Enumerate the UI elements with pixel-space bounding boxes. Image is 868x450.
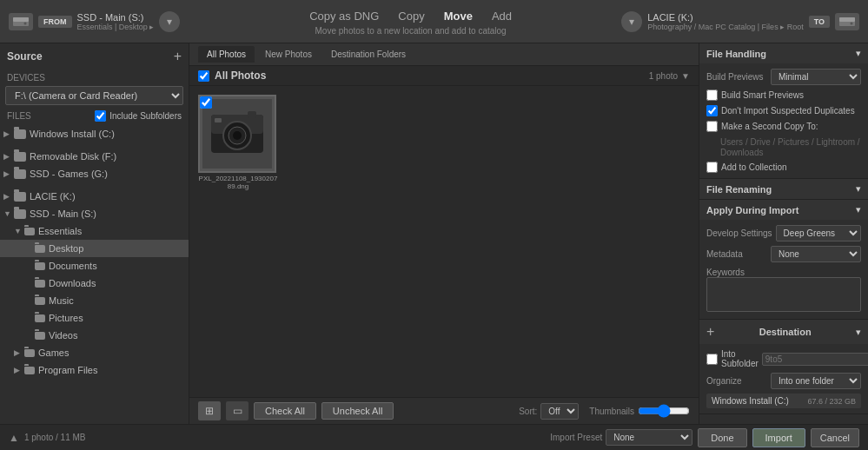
folder-icon [14,192,26,202]
bottom-toolbar: ⊞ ▭ Check All Uncheck All Sort: Off Thum… [189,397,699,424]
add-to-collection-checkbox[interactable] [706,162,718,173]
files-row: Files Include Subfolders [0,107,189,125]
breadcrumb-left: Essentials | Desktop ▸ [77,23,155,31]
tree-item[interactable]: ▶LACIE (K:) [0,188,189,205]
tree-item[interactable]: Pictures [0,309,189,327]
done-button[interactable]: Done [698,428,746,447]
dest-arrow-btn[interactable]: ▾ [621,11,642,32]
subfolder-input[interactable] [762,353,868,366]
files-label: Files [7,111,31,121]
svg-point-5 [850,22,852,24]
develop-settings-label: Develop Settings [706,228,772,238]
photo-checkbox[interactable] [200,96,212,109]
folder-icon [14,129,26,139]
tree-item[interactable]: Videos [0,327,189,344]
include-subfolders-label[interactable]: Include Subfolders [95,110,182,122]
tree-item[interactable]: ▼SSD - Main (S:) [0,205,189,222]
copy-btn[interactable]: Copy [394,8,427,24]
develop-settings-select[interactable]: Deep Greens [776,225,861,242]
uncheck-all-btn[interactable]: Uncheck All [321,402,394,420]
folder-icon [35,314,45,322]
photo-thumb-item[interactable]: PXL_20221108_193020789.dng [198,95,278,190]
metadata-row: Metadata None [706,246,861,262]
folder-icon [24,367,35,374]
file-handling-chevron: ▾ [856,48,861,59]
source-info: SSD - Main (S:) Essentials | Desktop ▸ [77,12,155,31]
drive-icon-right [835,13,859,30]
destination-header: + Destination ▾ [699,320,868,344]
file-renaming-chevron: ▾ [856,183,861,195]
apply-during-import-body: Develop Settings Deep Greens Metadata No… [699,220,868,319]
build-smart-previews-checkbox[interactable] [706,89,718,101]
source-add-btn[interactable]: + [174,49,182,64]
into-subfolder-checkbox[interactable] [706,354,718,365]
import-button[interactable]: Import [752,428,805,447]
grid-view-btn[interactable]: ⊞ [198,401,221,420]
import-preset-select[interactable]: None [606,429,692,446]
cancel-button[interactable]: Cancel [811,428,859,447]
tree-item[interactable]: Downloads [0,275,189,292]
keywords-label: Keywords [706,268,745,277]
svg-rect-12 [215,118,222,122]
tree-item[interactable]: ▶Program Files [0,361,189,379]
include-subfolders-checkbox[interactable] [95,110,106,122]
metadata-select[interactable]: None [771,246,861,262]
tree-item-arrow: ▶ [14,348,24,357]
organize-select[interactable]: Into one folder [771,373,861,389]
build-previews-label: Build Previews [706,72,767,82]
tab-new-photos[interactable]: New Photos [256,46,321,63]
destination-chevron: ▾ [856,327,861,338]
dest-drive-name: Windows Install (C:) [712,396,789,406]
tabs-bar: All Photos New Photos Destination Folder… [189,43,699,66]
file-handling-section: File Handling ▾ Build Previews Minimal B… [699,43,868,179]
tree-item[interactable]: ▶Removable Disk (F:) [0,148,189,165]
dont-import-dupes-checkbox[interactable] [706,105,718,116]
tree-item-label: Removable Disk (F:) [30,151,116,162]
folder-icon [35,262,45,270]
top-center: Copy as DNG Copy Move Add Move photos to… [306,8,515,36]
loupe-view-btn[interactable]: ▭ [226,401,248,420]
tab-dest-folders[interactable]: Destination Folders [322,46,414,63]
destination-add-btn[interactable]: + [706,324,714,340]
svg-point-2 [24,22,27,24]
tree-item[interactable]: Desktop [0,240,189,257]
thumbnail-slider[interactable] [638,404,690,418]
check-all-btn[interactable]: Check All [254,402,316,420]
from-tag: FROM [38,16,72,28]
all-photos-checkbox[interactable] [198,70,209,82]
tree-item[interactable]: ▶Games [0,344,189,361]
tree-item[interactable]: ▼Essentials [0,222,189,240]
collapse-btn[interactable]: ▲ [9,432,19,444]
add-btn[interactable]: Add [488,8,515,24]
dont-import-dupes-label: Don't Import Suspected Duplicates [721,106,855,116]
file-handling-header: File Handling ▾ [699,43,868,63]
tree-item-label: SSD - Games (G:) [30,169,108,179]
svg-rect-13 [248,111,256,118]
status-left: ▲ 1 photo / 11 MB [9,432,86,444]
keywords-input[interactable] [706,277,861,312]
keywords-row: Keywords [706,267,861,314]
tree-item[interactable]: Documents [0,257,189,275]
top-actions: Copy as DNG Copy Move Add [306,8,515,24]
build-previews-select[interactable]: Minimal [771,69,861,85]
tree-item[interactable]: ▶Windows Install (C:) [0,125,189,142]
device-select[interactable]: F:\ (Camera or Card Reader) [5,86,183,105]
make-second-copy-checkbox[interactable] [706,121,718,132]
move-btn[interactable]: Move [441,8,476,24]
develop-settings-row: Develop Settings Deep Greens [706,225,861,242]
breadcrumb-right: Photography / Mac PC Catalog | Files ▸ R… [647,23,803,31]
copy-as-dng-btn[interactable]: Copy as DNG [306,8,382,24]
dest-info: LACIE (K:) Photography / Mac PC Catalog … [647,12,803,31]
into-subfolder-label: Into Subfolder [721,349,759,368]
source-arrow-btn[interactable]: ▾ [159,11,180,32]
folder-icon [14,169,26,179]
apply-during-import-title: Apply During Import [706,205,798,215]
tree-item-label: Documents [49,261,97,271]
tab-all-photos[interactable]: All Photos [198,46,255,63]
tree-item[interactable]: Music [0,292,189,309]
photos-grid: PXL_20221108_193020789.dng [189,86,699,397]
add-to-collection-label: Add to Collection [721,162,787,172]
tree-item[interactable]: ▶SSD - Games (G:) [0,165,189,182]
sort-select[interactable]: Off [540,403,579,420]
svg-point-11 [233,131,242,140]
